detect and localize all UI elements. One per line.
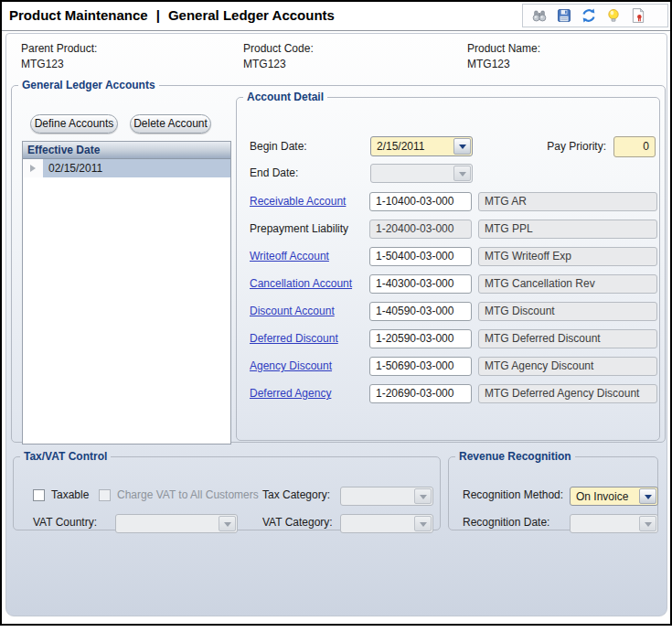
effective-date-row[interactable]: 02/15/2011: [23, 159, 230, 177]
product-name-label: Product Name:: [467, 42, 540, 55]
end-date-combo: [370, 164, 473, 183]
writeoff-account-name: MTG Writeoff Exp: [478, 247, 657, 266]
receivable-account-link[interactable]: Receivable Account: [250, 192, 346, 211]
vat-category-dropdown-icon: [414, 516, 432, 531]
prepayment-liability-input: 1-20400-03-000: [369, 220, 472, 239]
refresh-icon: [581, 7, 597, 24]
deferred-discount-input[interactable]: 1-20590-03-000: [369, 329, 472, 348]
general-ledger-accounts-title: General Ledger Accounts: [18, 79, 159, 91]
pay-priority-label: Pay Priority:: [539, 136, 606, 157]
writeoff-account-input[interactable]: 1-50400-03-000: [369, 247, 472, 266]
cancellation-account-link[interactable]: Cancellation Account: [250, 274, 352, 294]
product-maintenance-window: Product Maintenance|General Ledger Accou…: [0, 0, 672, 626]
taxable-label: Taxable: [51, 488, 89, 501]
receivable-account-name: MTG AR: [478, 192, 657, 211]
hint-button[interactable]: [605, 7, 622, 24]
vat-country-value: [117, 516, 218, 531]
lightbulb-icon: [605, 7, 622, 24]
vat-country-dropdown-icon: [219, 516, 236, 531]
vat-country-label: VAT Country:: [33, 516, 97, 529]
taxable-checkbox[interactable]: [33, 489, 45, 501]
vat-category-label: VAT Category:: [262, 516, 333, 529]
revenue-recognition-group: Revenue Recognition Recognition Method: …: [448, 450, 658, 530]
page-title-right: General Ledger Accounts: [168, 7, 335, 23]
define-accounts-button[interactable]: Define Accounts: [30, 114, 118, 134]
expander-triangle-icon: [30, 165, 36, 172]
row-expander[interactable]: [23, 159, 43, 177]
begin-date-label: Begin Date:: [250, 136, 307, 156]
account-detail-title: Account Detail: [243, 91, 327, 103]
recognition-method-label: Recognition Method:: [463, 488, 563, 501]
tax-category-dropdown-icon: [414, 488, 432, 504]
recognition-method-value: On Invoice: [571, 488, 638, 504]
effective-date-list: Effective Date 02/15/2011: [22, 141, 231, 445]
pay-priority-input[interactable]: 0: [613, 136, 656, 157]
writeoff-account-link[interactable]: Writeoff Account: [250, 247, 329, 266]
vat-category-combo: [340, 514, 433, 533]
deferred-agency-input[interactable]: 1-20690-03-000: [369, 384, 472, 403]
discount-account-link[interactable]: Discount Account: [250, 302, 335, 321]
recognition-date-label: Recognition Date:: [463, 516, 549, 529]
deferred-discount-link[interactable]: Deferred Discount: [250, 329, 338, 348]
recognition-date-value: [571, 516, 638, 531]
title-separator-line: [2, 30, 670, 31]
product-name-value: MTG123: [467, 58, 510, 70]
refresh-button[interactable]: [581, 7, 597, 24]
agency-discount-input[interactable]: 1-50690-03-000: [369, 357, 472, 376]
vat-category-value: [342, 516, 413, 531]
recognition-method-dropdown-icon[interactable]: [639, 488, 656, 504]
product-code-label: Product Code:: [243, 42, 314, 55]
revenue-recognition-title: Revenue Recognition: [455, 450, 575, 463]
exit-document-icon: [630, 7, 646, 24]
tax-category-label: Tax Category:: [262, 488, 330, 501]
cancellation-account-name: MTG Cancellation Rev: [478, 274, 657, 294]
product-code-value: MTG123: [243, 58, 286, 70]
recognition-date-dropdown-icon: [639, 516, 656, 531]
receivable-account-input[interactable]: 1-10400-03-000: [369, 192, 472, 211]
deferred-agency-link[interactable]: Deferred Agency: [250, 384, 331, 403]
effective-date-header: Effective Date: [23, 142, 230, 159]
charge-vat-checkbox: [99, 489, 111, 501]
end-date-value: [372, 166, 453, 181]
toolbar: [522, 4, 668, 27]
begin-date-value: 2/15/2011: [372, 138, 453, 155]
vat-country-combo: [115, 514, 238, 533]
end-date-label: End Date:: [250, 164, 298, 183]
exit-button[interactable]: [630, 7, 646, 24]
charge-vat-label: Charge VAT to All Customers: [117, 488, 259, 501]
screenshot-stage: Product Maintenance|General Ledger Accou…: [0, 0, 672, 632]
deferred-discount-name: MTG Deferred Discount: [478, 329, 657, 348]
prepayment-liability-label: Prepayment Liability: [250, 220, 348, 239]
deferred-agency-name: MTG Deferred Agency Discount: [478, 384, 657, 403]
agency-discount-link[interactable]: Agency Discount: [250, 357, 332, 376]
end-date-dropdown-icon: [453, 166, 471, 181]
prepayment-liability-name: MTG PPL: [478, 220, 657, 239]
discount-account-input[interactable]: 1-40590-03-000: [369, 302, 472, 321]
save-button[interactable]: [556, 7, 572, 24]
page-title: Product Maintenance|General Ledger Accou…: [9, 7, 335, 23]
discount-account-name: MTG Discount: [478, 302, 657, 321]
find-button[interactable]: [531, 7, 548, 24]
save-icon: [556, 7, 572, 24]
parent-product-value: MTG123: [21, 58, 64, 70]
recognition-method-combo[interactable]: On Invoice: [570, 487, 658, 506]
find-icon: [531, 7, 548, 24]
tax-category-value: [342, 488, 413, 504]
effective-date-cell[interactable]: 02/15/2011: [43, 159, 230, 177]
page-title-left: Product Maintenance: [9, 7, 148, 23]
begin-date-dropdown-icon[interactable]: [453, 138, 471, 155]
tax-vat-control-group: Tax/VAT Control Taxable Charge VAT to Al…: [13, 450, 441, 530]
tax-vat-control-title: Tax/VAT Control: [20, 450, 111, 463]
parent-product-label: Parent Product:: [21, 42, 97, 55]
delete-account-button[interactable]: Delete Account: [130, 114, 211, 134]
tax-category-combo: [340, 487, 433, 506]
title-separator: |: [156, 7, 160, 23]
begin-date-combo[interactable]: 2/15/2011: [370, 136, 473, 156]
cancellation-account-input[interactable]: 1-40300-03-000: [369, 274, 472, 294]
account-detail-group: Account Detail Begin Date: 2/15/2011 Pay…: [236, 91, 660, 441]
agency-discount-name: MTG Agency Discount: [478, 357, 657, 376]
recognition-date-combo: [570, 514, 658, 533]
